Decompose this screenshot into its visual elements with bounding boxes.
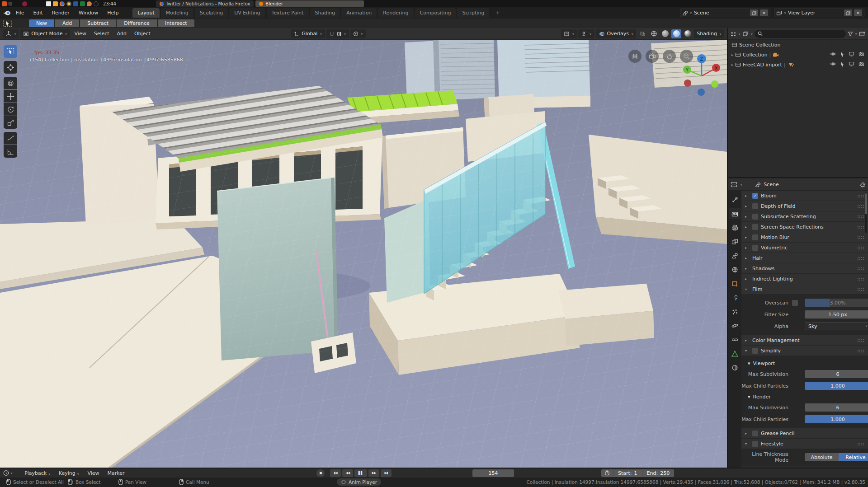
filter-icon[interactable]	[848, 31, 853, 37]
start-frame-field[interactable]: Start:1	[613, 470, 642, 476]
outliner-row-collection[interactable]: ▸ Collection |	[728, 50, 868, 60]
current-frame-field[interactable]: 154	[472, 469, 514, 477]
gizmos-dropdown[interactable]: ∨	[578, 29, 594, 38]
window-icon[interactable]	[9, 2, 12, 5]
anim-player-badge[interactable]: Anim Player	[337, 478, 381, 486]
scale-tool[interactable]	[4, 116, 17, 129]
properties-scrollbar[interactable]	[865, 192, 867, 233]
grease-pencil-checkbox[interactable]	[752, 431, 758, 436]
editor-outliner-icon[interactable]	[730, 31, 736, 37]
transform-tool[interactable]	[4, 77, 17, 89]
panel-screen-space-reflections[interactable]: ▸ Screen Space Reflections	[741, 222, 868, 232]
panel-motion-blur[interactable]: ▸ Motion Blur	[741, 232, 868, 243]
chevron-down-icon[interactable]: ∨	[855, 32, 857, 36]
dark-app-icon[interactable]	[94, 1, 99, 6]
pause-button[interactable]: ▌▌	[354, 469, 367, 477]
panel-label[interactable]: Bloom	[761, 193, 777, 199]
viewport-menu-view[interactable]: View	[71, 29, 90, 38]
tab-output[interactable]	[729, 222, 741, 233]
panel-grease-pencil[interactable]: ▸ Grease Pencil	[741, 428, 868, 439]
drag-dots[interactable]	[857, 215, 864, 218]
panel-label[interactable]: Grease Pencil	[761, 431, 794, 436]
tab-texture-paint[interactable]: Texture Paint	[267, 8, 309, 18]
new-collection-button[interactable]	[859, 31, 866, 37]
selectable-cursor-icon[interactable]	[840, 61, 844, 67]
chevron-down-icon[interactable]: ∨	[750, 32, 753, 36]
viewport-menu-object[interactable]: Object	[131, 29, 154, 38]
display-mode-icon[interactable]	[742, 31, 749, 37]
expand-arrow[interactable]: ▾	[748, 361, 750, 366]
sss-checkbox[interactable]	[752, 214, 758, 220]
timeline-view-menu[interactable]: View	[84, 469, 103, 478]
panel-label[interactable]: Volumetric	[761, 245, 788, 251]
jump-to-start-button[interactable]: ▮◀	[330, 469, 341, 477]
tab-rendering[interactable]: Rendering	[378, 8, 413, 18]
panel-depth-of-field[interactable]: ▸ Depth of Field	[741, 201, 868, 211]
expand-arrow[interactable]: ▾	[745, 287, 750, 291]
gimp-icon[interactable]	[66, 1, 71, 6]
expand-arrow[interactable]: ▾	[748, 394, 750, 400]
use-preview-range-button[interactable]	[601, 470, 613, 476]
panel-label[interactable]: Screen Space Reflections	[761, 224, 824, 230]
tab-modeling[interactable]: Modeling	[161, 8, 193, 18]
blender-logo-icon[interactable]	[3, 10, 11, 16]
tab-compositing[interactable]: Compositing	[415, 8, 456, 18]
drag-dots[interactable]	[857, 236, 864, 239]
raspberry-menu-icon[interactable]	[22, 1, 27, 6]
tab-sculpting[interactable]: Sculpting	[195, 8, 228, 18]
end-frame-field[interactable]: End:250	[642, 470, 675, 476]
outliner-row-scene-collection[interactable]: Scene Collection	[728, 40, 868, 50]
expand-arrow[interactable]: ▸	[745, 225, 750, 229]
folder-icon[interactable]	[53, 1, 58, 6]
tab-physics[interactable]	[729, 320, 741, 331]
viewport-display-icon[interactable]	[849, 52, 854, 56]
scene-selector[interactable]: ∨ Scene ✕	[680, 9, 770, 17]
row-label[interactable]: FreeCAD import	[743, 62, 782, 68]
render-camera-icon[interactable]	[859, 52, 864, 56]
jump-to-end-button[interactable]: ▶▮	[381, 469, 392, 477]
tool-subtract-button[interactable]: Subtract	[80, 19, 116, 27]
tool-new-button[interactable]: New	[29, 19, 54, 27]
drag-dots[interactable]	[857, 225, 864, 229]
filter-size-slider[interactable]: 1.50 px	[805, 310, 868, 318]
panel-label[interactable]: Simplify	[761, 348, 781, 354]
f-app-icon[interactable]	[73, 1, 78, 6]
menu-render[interactable]: Render	[48, 9, 74, 17]
expand-arrow[interactable]: ▸	[745, 246, 750, 250]
orthographic-toggle-button[interactable]	[628, 50, 642, 63]
render-camera-icon[interactable]	[859, 61, 864, 66]
xterm-icon[interactable]	[2, 1, 7, 6]
expand-arrow[interactable]: ▾	[745, 442, 750, 446]
alpha-dropdown[interactable]: Sky ∨	[805, 322, 868, 330]
menu-window[interactable]: Window	[75, 9, 102, 17]
drag-dots[interactable]	[857, 267, 864, 270]
panel-label[interactable]: Freestyle	[761, 441, 783, 447]
tool-add-button[interactable]: Add	[55, 19, 79, 27]
panel-indirect-lighting[interactable]: ▸ Indirect Lighting	[741, 274, 868, 284]
simplify-viewport-subpanel[interactable]: ▾ Viewport	[741, 358, 868, 368]
move-tool[interactable]	[4, 90, 17, 103]
viewport-display-icon[interactable]	[849, 61, 854, 66]
leaf-app-icon[interactable]	[80, 1, 85, 6]
outliner-search-input[interactable]	[755, 30, 846, 38]
expand-arrow[interactable]: ▸	[731, 63, 733, 67]
panel-subsurface-scattering[interactable]: ▸ Subsurface Scattering	[741, 211, 868, 222]
tab-material[interactable]	[729, 362, 741, 373]
ssr-checkbox[interactable]	[752, 224, 758, 230]
panel-volumetric[interactable]: ▸ Volumetric	[741, 243, 868, 253]
view-layer-selector[interactable]: ∨ View Layer ✕	[774, 9, 864, 17]
next-keyframe-button[interactable]: ▶▶	[368, 469, 379, 477]
tab-particles[interactable]	[729, 306, 741, 317]
panel-hair[interactable]: ▸ Hair	[741, 253, 868, 263]
select-box-tool[interactable]	[4, 45, 17, 58]
chevron-down-icon[interactable]: ∨	[740, 183, 742, 187]
new-view-layer-button[interactable]	[844, 9, 852, 16]
expand-arrow[interactable]: ▸	[745, 431, 750, 435]
drag-dots[interactable]	[857, 442, 864, 445]
snap-toggle-group[interactable]: ∨	[326, 29, 349, 38]
active-tool-icon[interactable]	[3, 19, 13, 27]
tab-scene[interactable]	[729, 250, 741, 261]
editor-type-button[interactable]: ∨	[3, 29, 19, 38]
cursor-tool[interactable]	[4, 61, 17, 74]
panel-label[interactable]: Color Management	[752, 337, 800, 343]
